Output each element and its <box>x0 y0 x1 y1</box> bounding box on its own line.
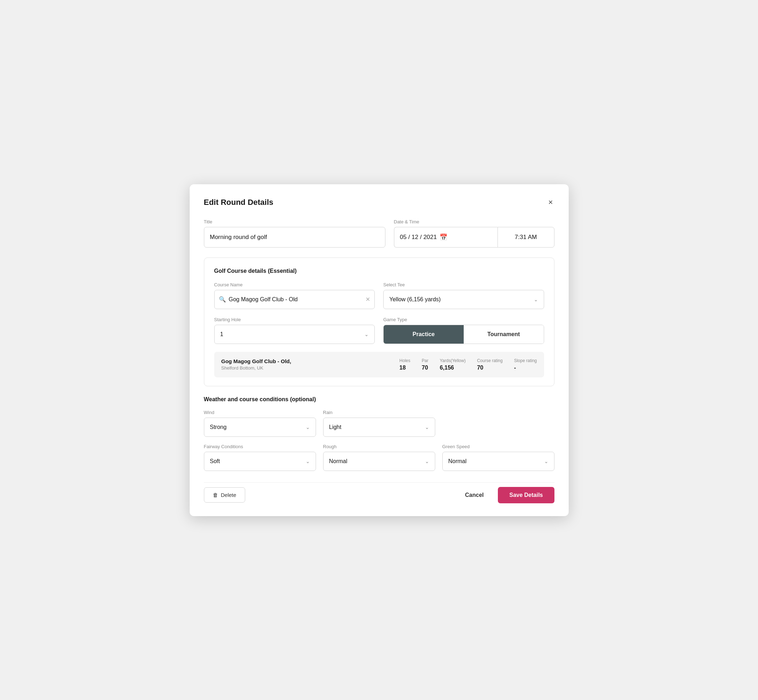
delete-label: Delete <box>221 492 236 498</box>
yards-value: 6,156 <box>440 364 454 371</box>
rain-value: Light <box>329 424 341 430</box>
modal-header: Edit Round Details × <box>204 197 554 208</box>
course-name-input[interactable] <box>229 296 363 303</box>
wind-rain-row: Wind Strong ⌄ Rain Light ⌄ <box>204 410 554 437</box>
weather-section: Weather and course conditions (optional)… <box>204 396 554 471</box>
chevron-down-icon-green: ⌄ <box>544 458 548 464</box>
par-value: 70 <box>422 364 428 371</box>
clear-icon[interactable]: ✕ <box>365 296 370 303</box>
time-value: 7:31 AM <box>515 234 537 241</box>
green-speed-label: Green Speed <box>442 444 554 449</box>
game-type-group: Game Type Practice Tournament <box>383 317 544 344</box>
datetime-field-group: Date & Time 05 / 12 / 2021 📅 7:31 AM <box>394 219 554 248</box>
tournament-button[interactable]: Tournament <box>464 325 544 344</box>
select-tee-label: Select Tee <box>383 282 544 288</box>
starting-hole-dropdown[interactable]: 1 ⌄ <box>214 325 375 344</box>
fairway-rough-green-row: Fairway Conditions Soft ⌄ Rough Normal ⌄… <box>204 444 554 471</box>
practice-button[interactable]: Practice <box>384 325 464 344</box>
par-label: Par <box>422 358 429 363</box>
chevron-down-icon-rain: ⌄ <box>425 424 429 430</box>
stat-holes: Holes 18 <box>399 358 410 371</box>
course-rating-value: 70 <box>477 364 483 371</box>
delete-button[interactable]: 🗑 Delete <box>204 487 245 503</box>
stat-par: Par 70 <box>422 358 429 371</box>
rough-dropdown[interactable]: Normal ⌄ <box>323 452 435 471</box>
course-info-location: Shelford Bottom, UK <box>221 365 399 370</box>
slope-rating-label: Slope rating <box>514 358 537 363</box>
stat-course-rating: Course rating 70 <box>477 358 503 371</box>
chevron-down-icon-hole: ⌄ <box>365 331 369 337</box>
rain-label: Rain <box>323 410 435 415</box>
datetime-label: Date & Time <box>394 219 554 225</box>
course-rating-label: Course rating <box>477 358 503 363</box>
green-speed-value: Normal <box>448 458 467 464</box>
course-info-bar: Gog Magog Golf Club - Old, Shelford Bott… <box>214 352 544 377</box>
course-tee-row: Course Name 🔍 ✕ Select Tee Yellow (6,156… <box>214 282 544 309</box>
rough-value: Normal <box>329 458 348 464</box>
wind-dropdown[interactable]: Strong ⌄ <box>204 417 316 437</box>
weather-title: Weather and course conditions (optional) <box>204 396 554 403</box>
chevron-down-icon-wind: ⌄ <box>306 424 310 430</box>
select-tee-value: Yellow (6,156 yards) <box>389 296 440 303</box>
course-stats: Holes 18 Par 70 Yards(Yellow) 6,156 Cour… <box>399 358 537 371</box>
chevron-down-icon: ⌄ <box>534 297 538 302</box>
edit-round-modal: Edit Round Details × Title Date & Time 0… <box>190 184 568 516</box>
select-tee-group: Select Tee Yellow (6,156 yards) ⌄ <box>383 282 544 309</box>
holes-label: Holes <box>399 358 410 363</box>
rain-group: Rain Light ⌄ <box>323 410 435 437</box>
golf-course-section: Golf Course details (Essential) Course N… <box>204 258 554 386</box>
calendar-icon: 📅 <box>440 233 447 241</box>
golf-section-title: Golf Course details (Essential) <box>214 268 544 274</box>
stat-slope-rating: Slope rating - <box>514 358 537 371</box>
time-field[interactable]: 7:31 AM <box>498 227 554 248</box>
close-button[interactable]: × <box>547 197 554 208</box>
datetime-group: 05 / 12 / 2021 📅 7:31 AM <box>394 227 554 248</box>
course-search-field[interactable]: 🔍 ✕ <box>214 290 375 309</box>
game-type-toggle: Practice Tournament <box>383 325 544 344</box>
green-speed-dropdown[interactable]: Normal ⌄ <box>442 452 554 471</box>
footer-right: Cancel Save Details <box>458 487 554 503</box>
search-icon: 🔍 <box>219 296 226 303</box>
date-value: 05 / 12 / 2021 <box>400 234 437 241</box>
fairway-dropdown[interactable]: Soft ⌄ <box>204 452 316 471</box>
modal-footer: 🗑 Delete Cancel Save Details <box>204 482 554 503</box>
wind-label: Wind <box>204 410 316 415</box>
cancel-button[interactable]: Cancel <box>458 488 491 503</box>
course-info-name-text: Gog Magog Golf Club - Old, <box>221 358 399 364</box>
wind-group: Wind Strong ⌄ <box>204 410 316 437</box>
yards-label: Yards(Yellow) <box>440 358 466 363</box>
date-field[interactable]: 05 / 12 / 2021 📅 <box>394 227 498 248</box>
hole-gametype-row: Starting Hole 1 ⌄ Game Type Practice Tou… <box>214 317 544 344</box>
title-input[interactable] <box>204 227 385 248</box>
chevron-down-icon-fairway: ⌄ <box>306 458 310 464</box>
title-label: Title <box>204 219 385 225</box>
starting-hole-value: 1 <box>220 331 224 338</box>
course-name-group: Course Name 🔍 ✕ <box>214 282 375 309</box>
course-info-name: Gog Magog Golf Club - Old, Shelford Bott… <box>221 358 399 370</box>
rain-dropdown[interactable]: Light ⌄ <box>323 417 435 437</box>
rough-group: Rough Normal ⌄ <box>323 444 435 471</box>
game-type-label: Game Type <box>383 317 544 322</box>
select-tee-dropdown[interactable]: Yellow (6,156 yards) ⌄ <box>383 290 544 309</box>
modal-title: Edit Round Details <box>204 198 274 207</box>
chevron-down-icon-rough: ⌄ <box>425 458 429 464</box>
fairway-value: Soft <box>210 458 220 464</box>
top-row: Title Date & Time 05 / 12 / 2021 📅 7:31 … <box>204 219 554 248</box>
stat-yards: Yards(Yellow) 6,156 <box>440 358 466 371</box>
course-name-label: Course Name <box>214 282 375 288</box>
save-button[interactable]: Save Details <box>498 487 554 503</box>
title-field-group: Title <box>204 219 385 248</box>
rough-label: Rough <box>323 444 435 449</box>
fairway-group: Fairway Conditions Soft ⌄ <box>204 444 316 471</box>
starting-hole-group: Starting Hole 1 ⌄ <box>214 317 375 344</box>
trash-icon: 🗑 <box>213 492 218 498</box>
wind-value: Strong <box>210 424 227 430</box>
starting-hole-label: Starting Hole <box>214 317 375 322</box>
holes-value: 18 <box>399 364 406 371</box>
fairway-label: Fairway Conditions <box>204 444 316 449</box>
green-speed-group: Green Speed Normal ⌄ <box>442 444 554 471</box>
slope-rating-value: - <box>514 364 516 371</box>
